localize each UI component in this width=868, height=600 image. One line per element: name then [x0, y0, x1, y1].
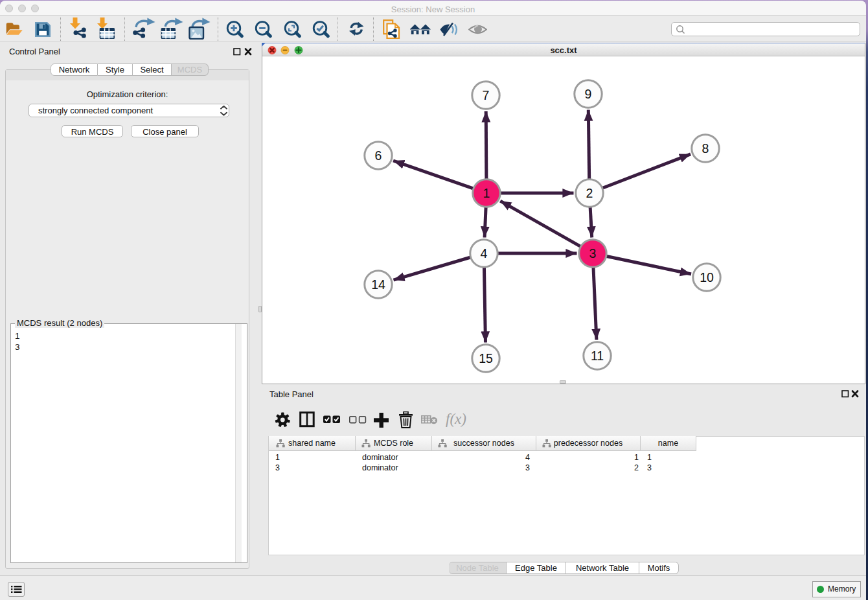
- svg-text:3: 3: [589, 246, 597, 260]
- svg-text:9: 9: [585, 87, 592, 101]
- svg-text:8: 8: [702, 141, 709, 156]
- svg-text:1: 1: [483, 186, 490, 200]
- svg-text:10: 10: [700, 270, 714, 284]
- svg-text:14: 14: [371, 277, 385, 292]
- svg-text:4: 4: [481, 246, 488, 260]
- svg-text:7: 7: [483, 88, 490, 102]
- svg-text:2: 2: [586, 186, 593, 200]
- svg-text:6: 6: [375, 148, 382, 163]
- svg-text:15: 15: [479, 351, 493, 365]
- svg-text:11: 11: [591, 349, 604, 363]
